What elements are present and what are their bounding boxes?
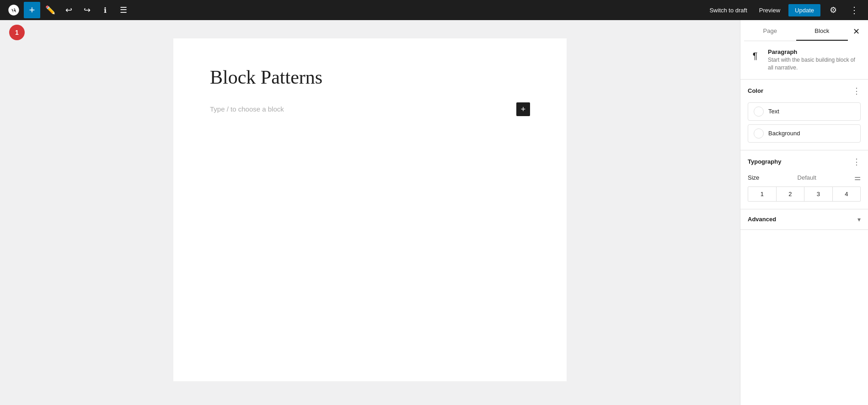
more-options-button[interactable]: ⋮ [846,2,863,18]
background-color-option[interactable]: Background [748,124,861,143]
notification-badge[interactable]: 1 [9,25,25,40]
more-icon: ⋮ [852,86,861,96]
undo-button[interactable]: ↩ [60,2,77,18]
typography-section-title: Typography [748,158,781,165]
size-2-button[interactable]: 2 [777,187,805,201]
paragraph-icon: ¶ [748,48,762,63]
redo-button[interactable]: ↪ [79,2,95,18]
size-3-button[interactable]: 3 [804,187,833,201]
sliders-icon: ⚌ [854,174,861,181]
block-description: Start with the basic building block of a… [768,56,861,72]
typography-content: Size Default ⚌ 1 2 3 4 [740,173,868,209]
size-value: Default [798,174,816,181]
sidebar: Page Block ✕ ¶ Paragraph Start with the … [740,20,868,405]
size-label: Size [748,174,759,181]
inline-add-block-button[interactable]: + [516,102,530,116]
background-color-label: Background [768,130,800,137]
list-icon: ☰ [120,5,127,15]
update-button[interactable]: Update [788,4,820,16]
toolbar-left: + ✏️ ↩ ↪ ℹ ☰ [5,2,132,18]
settings-button[interactable]: ⚙ [825,2,841,18]
undo-icon: ↩ [65,5,72,15]
sidebar-close-button[interactable]: ✕ [848,23,864,40]
size-4-button[interactable]: 4 [833,187,861,201]
color-section-header[interactable]: Color ⋮ [740,80,868,102]
color-section-title: Color [748,87,763,94]
tab-block[interactable]: Block [796,22,848,41]
sidebar-tabs-row: Page Block ✕ [740,20,868,41]
list-view-button[interactable]: ☰ [115,2,132,18]
block-info: ¶ Paragraph Start with the basic buildin… [740,41,868,80]
chevron-down-icon: ▾ [857,216,861,223]
plus-icon: + [29,4,35,16]
block-input-area: Type / to choose a block + [210,102,530,116]
size-1-button[interactable]: 1 [748,187,777,201]
size-control-button[interactable]: ⚌ [854,173,861,182]
block-placeholder[interactable]: Type / to choose a block [210,104,512,115]
background-color-circle [754,128,764,139]
sidebar-tabs: Page Block [744,22,848,41]
ellipsis-icon: ⋮ [850,5,859,16]
info-button[interactable]: ℹ [97,2,113,18]
close-icon: ✕ [853,27,860,37]
page-title: Block Patterns [210,66,530,89]
main-area: 1 Block Patterns Type / to choose a bloc… [0,20,868,405]
text-color-label: Text [768,108,779,115]
block-meta: Paragraph Start with the basic building … [768,48,861,72]
preview-button[interactable]: Preview [755,5,784,16]
inline-plus-icon: + [521,105,526,114]
text-color-circle [754,107,764,117]
gear-icon: ⚙ [830,5,837,15]
text-color-option[interactable]: Text [748,102,861,121]
info-icon: ℹ [104,6,107,15]
toolbar: + ✏️ ↩ ↪ ℹ ☰ Switch to draft Preview Upd… [0,0,868,20]
advanced-section-title: Advanced [748,216,776,223]
editor-area: 1 Block Patterns Type / to choose a bloc… [0,20,740,405]
color-more-button[interactable]: ⋮ [852,86,861,96]
typography-more-button[interactable]: ⋮ [852,157,861,167]
color-section: Color ⋮ Text Background [740,80,868,150]
edit-button[interactable]: ✏️ [42,2,59,18]
typography-more-icon: ⋮ [852,157,861,167]
wp-logo[interactable] [5,2,22,18]
advanced-section: Advanced ▾ [740,209,868,230]
pencil-icon: ✏️ [45,5,55,15]
add-block-button[interactable]: + [24,2,40,18]
toolbar-right: Switch to draft Preview Update ⚙ ⋮ [706,2,863,18]
page-content: Block Patterns Type / to choose a block … [173,38,567,381]
color-options: Text Background [740,102,868,150]
typography-section: Typography ⋮ Size Default ⚌ 1 2 3 4 [740,150,868,209]
block-name: Paragraph [768,48,861,55]
typography-section-header[interactable]: Typography ⋮ [740,150,868,173]
size-row: Size Default ⚌ [748,173,861,182]
tab-page[interactable]: Page [744,22,796,41]
redo-icon: ↪ [84,5,91,15]
advanced-section-header[interactable]: Advanced ▾ [740,209,868,229]
switch-to-draft-button[interactable]: Switch to draft [706,5,750,16]
size-buttons: 1 2 3 4 [748,187,861,202]
